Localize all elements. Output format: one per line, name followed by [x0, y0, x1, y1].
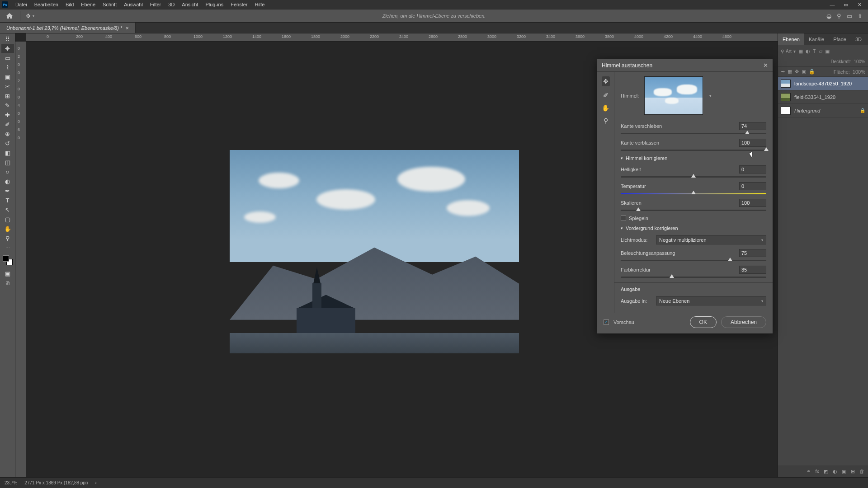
menu-bearbeiten[interactable]: Bearbeiten: [31, 2, 62, 7]
section-fg-correct[interactable]: ▾Vordergrund korrigieren: [621, 225, 766, 231]
dlg-brush-tool[interactable]: ✐: [603, 92, 609, 99]
filter-shape-icon[interactable]: ▱: [819, 48, 822, 54]
edge-fade-value[interactable]: 100: [739, 139, 766, 147]
filter-adjust-icon[interactable]: ◐: [806, 48, 810, 54]
fill-value[interactable]: 100%: [853, 69, 865, 75]
panel-menu-icon[interactable]: ≡: [866, 33, 868, 45]
lock-position-icon[interactable]: ✥: [795, 69, 799, 75]
tab-3d[interactable]: 3D: [851, 33, 866, 45]
filter-type-icon[interactable]: T: [813, 48, 816, 54]
edge-shift-value[interactable]: 74: [739, 122, 766, 130]
minimize-button[interactable]: —: [826, 2, 839, 8]
output-to-dropdown[interactable]: Neue Ebenen▾: [656, 296, 766, 305]
menu-hilfe[interactable]: Hilfe: [251, 2, 268, 7]
light-adj-value[interactable]: 75: [739, 249, 766, 257]
cloud-status-icon[interactable]: ◒: [826, 13, 831, 19]
menu-schrift[interactable]: Schrift: [99, 2, 120, 7]
cancel-button[interactable]: Abbrechen: [721, 316, 766, 328]
shape-tool[interactable]: ▢: [1, 215, 14, 224]
layer-filter-dropdown[interactable]: ⚲ Art ▾: [781, 49, 796, 54]
menu-auswahl[interactable]: Auswahl: [120, 2, 146, 7]
history-brush-tool[interactable]: ↺: [1, 139, 14, 148]
zoom-level[interactable]: 23,7%: [5, 480, 17, 485]
eyedropper-tool[interactable]: ✎: [1, 101, 14, 110]
tab-layers[interactable]: Ebenen: [778, 33, 804, 45]
healing-tool[interactable]: ✚: [1, 110, 14, 119]
layer-item[interactable]: Hintergrund🔒: [778, 104, 868, 117]
light-adj-slider[interactable]: [621, 260, 766, 261]
crop-tool[interactable]: ✂: [1, 82, 14, 91]
lasso-tool[interactable]: ⌇: [1, 63, 14, 72]
screenmode-toggle[interactable]: ⎚: [1, 278, 14, 287]
dodge-tool[interactable]: ◐: [1, 177, 14, 186]
share-icon[interactable]: ⇧: [858, 13, 863, 19]
dlg-zoom-tool[interactable]: ⚲: [604, 117, 608, 124]
filter-smart-icon[interactable]: ▣: [825, 48, 830, 54]
blur-tool[interactable]: ○: [1, 167, 14, 176]
menu-ebene[interactable]: Ebene: [77, 2, 99, 7]
lock-all-icon[interactable]: 🔒: [809, 69, 815, 75]
menu-3d[interactable]: 3D: [165, 2, 178, 7]
lightmode-dropdown[interactable]: Negativ multiplizieren▾: [656, 235, 766, 244]
move-tool[interactable]: ✥: [1, 44, 14, 53]
dialog-close-button[interactable]: ✕: [763, 62, 768, 69]
tab-paths[interactable]: Pfade: [829, 33, 851, 45]
menu-bild[interactable]: Bild: [62, 2, 77, 7]
gradient-tool[interactable]: ◫: [1, 158, 14, 167]
layer-mask-icon[interactable]: ◩: [824, 469, 828, 474]
dlg-move-tool[interactable]: ✥: [602, 76, 610, 86]
close-tab-icon[interactable]: ×: [126, 25, 128, 31]
scale-value[interactable]: 100: [739, 199, 766, 207]
frame-tool[interactable]: ⊞: [1, 91, 14, 100]
temperature-value[interactable]: 0: [739, 182, 766, 190]
edge-fade-slider[interactable]: [621, 150, 766, 151]
status-more-icon[interactable]: ›: [95, 480, 96, 485]
layer-item[interactable]: field-533541_1920: [778, 90, 868, 104]
menu-filter[interactable]: Filter: [146, 2, 165, 7]
stamp-tool[interactable]: ⊕: [1, 129, 14, 138]
brightness-value[interactable]: 0: [739, 165, 766, 174]
menu-plug-ins[interactable]: Plug-ins: [202, 2, 227, 7]
section-sky-correct[interactable]: ▾Himmel korrigieren: [621, 155, 766, 161]
hand-tool[interactable]: ✋: [1, 224, 14, 233]
temperature-slider[interactable]: [621, 193, 766, 194]
grip-icon[interactable]: ⠿: [1, 34, 14, 43]
eraser-tool[interactable]: ◧: [1, 148, 14, 157]
marquee-tool[interactable]: ▭: [1, 53, 14, 62]
dlg-hand-tool[interactable]: ✋: [602, 104, 609, 112]
quickmask-toggle[interactable]: ▣: [1, 269, 14, 278]
home-button[interactable]: [4, 11, 15, 21]
filter-pixel-icon[interactable]: ▦: [798, 48, 803, 54]
type-tool[interactable]: T: [1, 196, 14, 205]
preview-checkbox[interactable]: ✓: [604, 319, 609, 325]
zoom-tool[interactable]: ⚲: [1, 234, 14, 243]
workspace-icon[interactable]: ▭: [847, 13, 852, 19]
brush-tool[interactable]: ✐: [1, 120, 14, 129]
sky-preset-thumbnail[interactable]: [644, 76, 703, 115]
lock-pixels-icon[interactable]: ▦: [788, 69, 792, 75]
object-select-tool[interactable]: ▣: [1, 72, 14, 81]
maximize-button[interactable]: ▭: [839, 2, 853, 8]
tool-preset-icon[interactable]: ✥▾: [23, 13, 37, 19]
color-adj-value[interactable]: 35: [739, 266, 766, 274]
link-layers-icon[interactable]: ⚭: [807, 469, 811, 474]
layer-fx-icon[interactable]: fx: [815, 469, 819, 474]
delete-layer-icon[interactable]: 🗑: [859, 469, 864, 474]
color-adj-slider[interactable]: [621, 277, 766, 278]
ok-button[interactable]: OK: [690, 316, 717, 328]
brightness-slider[interactable]: [621, 176, 766, 178]
opacity-value[interactable]: 100%: [854, 59, 865, 64]
pen-tool[interactable]: ✒: [1, 186, 14, 195]
close-window-button[interactable]: ✕: [853, 2, 866, 8]
edit-toolbar[interactable]: ⋯: [1, 243, 14, 252]
sky-preset-dropdown-icon[interactable]: ▾: [709, 94, 712, 98]
new-adjust-icon[interactable]: ◐: [833, 469, 837, 474]
search-icon[interactable]: ⚲: [837, 13, 841, 19]
document-tab[interactable]: Unbenannt-1 bei 23,7% (Himmel, Ebenenmas…: [0, 23, 136, 33]
lock-artboard-icon[interactable]: ▣: [802, 69, 806, 75]
tab-channels[interactable]: Kanäle: [804, 33, 829, 45]
new-layer-icon[interactable]: ⊞: [851, 469, 855, 474]
layer-item[interactable]: landscape-4370250_1920: [778, 77, 868, 90]
new-group-icon[interactable]: ▣: [842, 469, 846, 474]
color-swatches[interactable]: [3, 255, 13, 265]
